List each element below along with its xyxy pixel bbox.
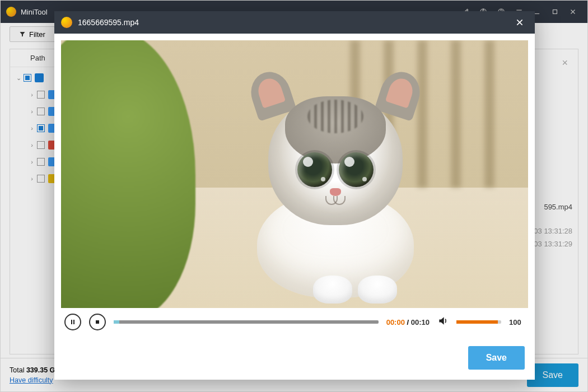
preview-dialog: 1665669595.mp4 xyxy=(54,11,535,380)
dialog-title: 1665669595.mp4 xyxy=(78,18,139,27)
player-controls: 00:00 / 00:10 100 xyxy=(61,308,528,336)
volume-value: 100 xyxy=(509,318,525,326)
svg-rect-5 xyxy=(71,320,72,324)
dialog-save-button[interactable]: Save xyxy=(468,346,525,370)
volume-fill xyxy=(456,320,498,324)
dialog-close-button[interactable] xyxy=(511,14,528,31)
stop-button[interactable] xyxy=(89,314,106,330)
dialog-titlebar: 1665669595.mp4 xyxy=(54,11,535,34)
pause-icon xyxy=(69,319,76,325)
svg-rect-7 xyxy=(96,320,99,324)
volume-button[interactable] xyxy=(437,315,449,329)
speaker-icon xyxy=(437,315,449,326)
svg-rect-6 xyxy=(73,320,74,324)
pause-button[interactable] xyxy=(64,314,81,330)
stop-icon xyxy=(94,319,101,325)
cat-image xyxy=(229,91,442,304)
close-icon xyxy=(515,18,524,27)
time-display: 00:00 / 00:10 xyxy=(386,318,430,326)
time-current: 00:00 xyxy=(386,318,405,326)
seek-slider[interactable] xyxy=(114,320,379,324)
time-total: 00:10 xyxy=(411,318,430,326)
dialog-footer: Save xyxy=(54,336,535,380)
seek-fill xyxy=(114,320,119,324)
video-preview xyxy=(61,40,528,308)
app-logo-icon xyxy=(61,17,72,28)
volume-slider[interactable] xyxy=(456,320,501,324)
